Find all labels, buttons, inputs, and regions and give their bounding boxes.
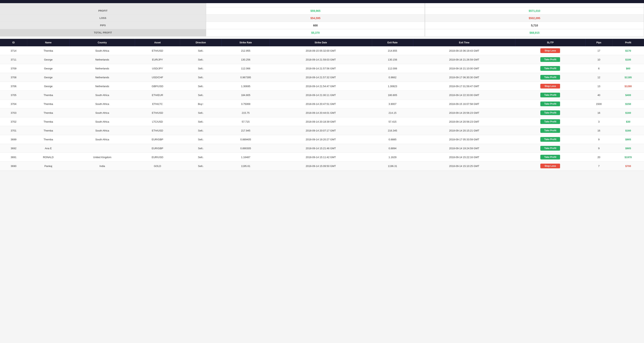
cell-asset: ETH/EUR: [135, 91, 180, 100]
col-header-strike-date: Strike Date: [270, 39, 372, 46]
take-profit-button[interactable]: Take Profit: [540, 75, 560, 80]
col-header-profit: Profit: [612, 39, 644, 46]
cell-country: Netherlands: [70, 64, 135, 73]
cell-direction: Sell↓: [180, 117, 222, 126]
cell-country: [70, 144, 135, 153]
cell-pips: 1500: [585, 100, 612, 108]
cell-name: Ana E: [27, 144, 70, 153]
take-profit-button[interactable]: Take Profit: [540, 155, 560, 160]
cell-country: South Africa: [70, 91, 135, 100]
cell-country: South Africa: [70, 117, 135, 126]
col-header-exit-time: Exit Time: [413, 39, 515, 46]
cell-strike-rate: 1.16487: [222, 153, 270, 162]
cell-sltp[interactable]: Take Profit: [515, 55, 585, 64]
table-row: 3701 Themba South Africa ETH/USD Sell↓ 2…: [0, 126, 644, 135]
col-header-pips: Pips: [585, 39, 612, 46]
cell-sltp[interactable]: Take Profit: [515, 64, 585, 73]
cell-sltp[interactable]: Take Profit: [515, 153, 585, 162]
take-profit-button[interactable]: Take Profit: [540, 119, 560, 124]
cell-country: Netherlands: [70, 73, 135, 82]
cell-direction: Sell↓: [180, 144, 222, 153]
cell-direction: Sell↓: [180, 108, 222, 117]
cell-sltp[interactable]: Take Profit: [515, 117, 585, 126]
cell-country: United Kingdom: [70, 153, 135, 162]
cell-id: 3692: [0, 144, 27, 153]
cell-exit-rate: 214.15: [372, 108, 413, 117]
table-row: 3709 George Netherlands USD/JPY Sell↓ 11…: [0, 64, 644, 73]
gap-divider: [0, 36, 644, 39]
cell-exit-time: 2018-09-17 01:59:47 GMT: [413, 82, 515, 91]
cell-strike-rate: 215.75: [222, 108, 270, 117]
take-profit-button[interactable]: Take Profit: [540, 93, 560, 98]
top-banner: [0, 0, 644, 3]
cell-id: 3708: [0, 73, 27, 82]
take-profit-button[interactable]: Take Profit: [540, 146, 560, 150]
cell-id: 3705: [0, 91, 27, 100]
cell-sltp[interactable]: Take Profit: [515, 144, 585, 153]
cell-sltp[interactable]: Stop Loss: [515, 162, 585, 170]
cell-asset: ETH/USD: [135, 126, 180, 135]
cell-id: 3711: [0, 55, 27, 64]
cell-pips: 16: [585, 126, 612, 135]
cell-name: Pankaj: [27, 162, 70, 170]
col-header-name: Name: [27, 39, 70, 46]
stop-loss-button[interactable]: Stop Loss: [540, 48, 560, 53]
cell-sltp[interactable]: Stop Loss: [515, 46, 585, 55]
cell-exit-rate: 3.9007: [372, 100, 413, 108]
take-profit-button[interactable]: Take Profit: [540, 110, 560, 115]
cell-id: 3699: [0, 135, 27, 144]
cell-pips: 9: [585, 144, 612, 153]
cell-asset: EUR/JPY: [135, 55, 180, 64]
cell-pips: 3: [585, 117, 612, 126]
cell-sltp[interactable]: Take Profit: [515, 100, 585, 108]
cell-pips: 9: [585, 135, 612, 144]
table-row: 3706 George Netherlands GBP/USD Sell↓ 1.…: [0, 82, 644, 91]
cell-exit-time: 2018-09-14 19:24:59 GMT: [413, 144, 515, 153]
cell-id: 3703: [0, 108, 27, 117]
cell-name: Themba: [27, 100, 70, 108]
summary-label-0: PROFIT: [0, 7, 206, 14]
take-profit-button[interactable]: Take Profit: [540, 137, 560, 142]
take-profit-button[interactable]: Take Profit: [540, 102, 560, 106]
cell-country: South Africa: [70, 126, 135, 135]
cell-pips: 10: [585, 55, 612, 64]
cell-country: South Africa: [70, 108, 135, 117]
cell-exit-rate: 180.805: [372, 91, 413, 100]
cell-profit: $100: [612, 55, 644, 64]
summary-30days-0: $571,010: [425, 7, 644, 14]
cell-sltp[interactable]: Take Profit: [515, 108, 585, 117]
table-row: 3704 Themba South Africa ETH/LTC Buy↑ 3.…: [0, 100, 644, 108]
cell-strike-date: 2018-09-14 20:07:17 GMT: [270, 126, 372, 135]
summary-label-2: PIPS: [0, 22, 206, 29]
cell-strike-date: 2018-09-14 19:20:27 GMT: [270, 135, 372, 144]
cell-id: 3706: [0, 82, 27, 91]
cell-direction: Sell↓: [180, 162, 222, 170]
cell-pips: 40: [585, 91, 612, 100]
take-profit-button[interactable]: Take Profit: [540, 57, 560, 62]
cell-profit: $1280: [612, 82, 644, 91]
cell-id: 3709: [0, 64, 27, 73]
cell-sltp[interactable]: Take Profit: [515, 126, 585, 135]
cell-profit: $905: [612, 135, 644, 144]
cell-exit-time: 2018-09-16 21:26:59 GMT: [413, 55, 515, 64]
cell-strike-rate: 0.967395: [222, 73, 270, 82]
take-profit-button[interactable]: Take Profit: [540, 128, 560, 133]
col-header-sl-tp: SL/TP: [515, 39, 585, 46]
take-profit-button[interactable]: Take Profit: [540, 66, 560, 71]
cell-sltp[interactable]: Stop Loss: [515, 82, 585, 91]
cell-asset: GBP/USD: [135, 82, 180, 91]
stop-loss-button[interactable]: Stop Loss: [540, 84, 560, 88]
summary-label-1: LOSS: [0, 14, 206, 22]
cell-exit-time: 2018-09-15 16:07:58 GMT: [413, 100, 515, 108]
cell-exit-rate: 1.30823: [372, 82, 413, 91]
cell-exit-rate: 112.006: [372, 64, 413, 73]
cell-sltp[interactable]: Take Profit: [515, 73, 585, 82]
cell-country: India: [70, 162, 135, 170]
cell-sltp[interactable]: Take Profit: [515, 91, 585, 100]
cell-id: 3704: [0, 100, 27, 108]
cell-sltp[interactable]: Take Profit: [515, 135, 585, 144]
cell-id: 3690: [0, 162, 27, 170]
cell-exit-rate: 214.655: [372, 46, 413, 55]
cell-profit: $905: [612, 144, 644, 153]
stop-loss-button[interactable]: Stop Loss: [540, 164, 560, 168]
